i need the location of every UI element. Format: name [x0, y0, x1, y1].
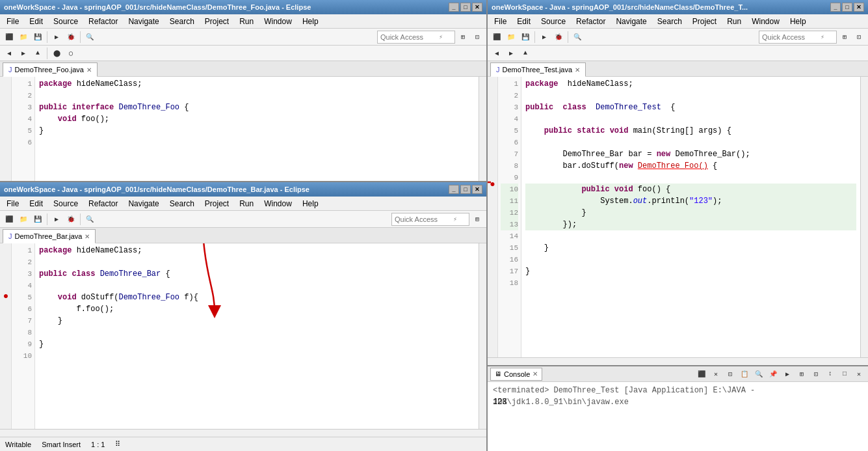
menu-navigate[interactable]: Navigate — [124, 16, 163, 27]
tb2-up[interactable]: ▲ — [31, 47, 44, 60]
tb-r-1[interactable]: ⬛ — [490, 31, 503, 44]
tb2-fwd[interactable]: ▶ — [17, 47, 30, 60]
tb-search[interactable]: 🔍 — [83, 31, 96, 44]
close-btn-2[interactable]: ✕ — [472, 185, 482, 194]
menu-source-2[interactable]: Source — [49, 198, 82, 210]
tb2-back[interactable]: ◀ — [3, 47, 16, 60]
console-btn-6[interactable]: 📌 — [767, 368, 780, 381]
tb2-r-up[interactable]: ▲ — [519, 47, 532, 60]
tb2-r-back[interactable]: ◀ — [490, 47, 503, 60]
menu-file-2[interactable]: File — [3, 198, 23, 210]
menu-r-source[interactable]: Source — [537, 16, 570, 27]
tb2-r-fwd[interactable]: ▶ — [505, 47, 518, 60]
tb-perspective2[interactable]: ⊡ — [471, 31, 484, 44]
tab-bar-close[interactable]: ✕ — [85, 233, 90, 240]
tb-bl-2[interactable]: 📁 — [17, 213, 30, 226]
tab-foo-java[interactable]: J DemoThree_Foo.java ✕ — [3, 62, 98, 77]
maximize-btn-2[interactable]: □ — [460, 185, 471, 194]
tab-foo-close[interactable]: ✕ — [86, 66, 92, 74]
code-top-left[interactable]: package hideNameClass; public interface … — [35, 77, 479, 181]
menu-r-refactor[interactable]: Refactor — [572, 16, 609, 27]
menu-help-2[interactable]: Help — [298, 198, 322, 210]
menu-run[interactable]: Run — [235, 16, 257, 27]
tb-bl-1[interactable]: ⬛ — [3, 213, 16, 226]
menu-file[interactable]: File — [3, 16, 23, 27]
menu-edit-2[interactable]: Edit — [25, 198, 47, 210]
tb-perspective1[interactable]: ⊞ — [456, 31, 469, 44]
maximize-btn-r[interactable]: □ — [842, 3, 852, 12]
menu-help[interactable]: Help — [298, 16, 322, 27]
tab-test-java[interactable]: J DemoThree_Test.java ✕ — [490, 62, 586, 77]
close-btn-r[interactable]: ✕ — [854, 3, 864, 12]
title-bar-buttons-2[interactable]: _ □ ✕ — [449, 185, 482, 194]
menu-r-run[interactable]: Run — [723, 16, 745, 27]
code-right[interactable]: package hideNameClass; public class Demo… — [521, 77, 860, 357]
tb-new[interactable]: ⬛ — [3, 31, 16, 44]
minimize-btn-r[interactable]: _ — [830, 3, 841, 12]
quick-access-box-top-left[interactable]: ⚡ — [377, 31, 455, 44]
tb-bl-persp[interactable]: ⊞ — [471, 213, 484, 226]
tb-r-persp2[interactable]: ⊡ — [852, 31, 865, 44]
console-btn-10[interactable]: ↕ — [824, 368, 837, 381]
code-bottom-left[interactable]: package hideNameClass; public class Demo… — [35, 243, 479, 429]
tb-save[interactable]: 💾 — [31, 31, 44, 44]
bottom-scrollbar-right[interactable] — [488, 357, 868, 365]
title-bar-buttons[interactable]: _ □ ✕ — [449, 3, 482, 12]
maximize-btn[interactable]: □ — [460, 3, 471, 12]
console-btn-8[interactable]: ⊞ — [795, 368, 808, 381]
console-btn-11[interactable]: □ — [838, 368, 851, 381]
menu-navigate-2[interactable]: Navigate — [124, 198, 163, 210]
menu-r-file[interactable]: File — [490, 16, 510, 27]
tb2-a[interactable]: ⬤ — [50, 47, 63, 60]
tab-bar-java[interactable]: J DemoThree_Bar.java ✕ — [3, 229, 96, 243]
tb-r-2[interactable]: 📁 — [505, 31, 518, 44]
tb-bl-3[interactable]: 💾 — [31, 213, 44, 226]
tab-test-close[interactable]: ✕ — [575, 66, 580, 74]
quick-access-input-right[interactable] — [762, 33, 821, 41]
console-btn-9[interactable]: ⊡ — [809, 368, 822, 381]
menu-r-search[interactable]: Search — [653, 16, 686, 27]
tb-r-debug[interactable]: 🐞 — [552, 31, 565, 44]
console-btn-5[interactable]: 🔍 — [752, 368, 765, 381]
console-btn-3[interactable]: ⊡ — [724, 368, 737, 381]
scrollbar-v-top-left[interactable] — [479, 77, 486, 181]
tb-r-persp1[interactable]: ⊞ — [838, 31, 851, 44]
menu-r-project[interactable]: Project — [689, 16, 720, 27]
menu-edit[interactable]: Edit — [25, 16, 47, 27]
console-tab[interactable]: 🖥 Console ✕ — [490, 368, 542, 381]
minimize-btn[interactable]: _ — [449, 3, 459, 12]
tb-r-3[interactable]: 💾 — [519, 31, 532, 44]
console-close[interactable]: ✕ — [533, 370, 538, 377]
minimize-btn-2[interactable]: _ — [449, 185, 459, 194]
quick-access-input-bottom-left[interactable] — [395, 215, 453, 223]
title-bar-buttons-right[interactable]: _ □ ✕ — [830, 3, 864, 12]
menu-search[interactable]: Search — [166, 16, 198, 27]
tb-open[interactable]: 📁 — [17, 31, 30, 44]
tb-run[interactable]: ▶ — [50, 31, 63, 44]
quick-access-box-right[interactable]: ⚡ — [759, 31, 837, 44]
menu-run-2[interactable]: Run — [235, 198, 257, 210]
menu-project[interactable]: Project — [201, 16, 233, 27]
menu-refactor[interactable]: Refactor — [85, 16, 122, 27]
menu-search-2[interactable]: Search — [166, 198, 198, 210]
scrollbar-v-bottom-left[interactable] — [479, 243, 486, 429]
console-btn-2[interactable]: ✕ — [709, 368, 722, 381]
console-btn-1[interactable]: ⬛ — [695, 368, 708, 381]
menu-r-window[interactable]: Window — [748, 16, 783, 27]
quick-access-input-top-left[interactable] — [380, 33, 439, 41]
menu-window-2[interactable]: Window — [260, 198, 296, 210]
console-btn-4[interactable]: 📋 — [738, 368, 751, 381]
menu-r-edit[interactable]: Edit — [513, 16, 534, 27]
tb-bl-debug[interactable]: 🐞 — [64, 213, 77, 226]
menu-project-2[interactable]: Project — [201, 198, 233, 210]
menu-r-help[interactable]: Help — [786, 16, 810, 27]
tb-r-run[interactable]: ▶ — [538, 31, 551, 44]
menu-refactor-2[interactable]: Refactor — [85, 198, 122, 210]
tb-bl-run[interactable]: ▶ — [50, 213, 63, 226]
tb-debug[interactable]: 🐞 — [64, 31, 77, 44]
menu-r-navigate[interactable]: Navigate — [612, 16, 650, 27]
console-btn-12[interactable]: ✕ — [852, 368, 865, 381]
console-btn-7[interactable]: ▶ — [781, 368, 794, 381]
tb2-b[interactable]: ◯ — [64, 47, 77, 60]
tb-r-search[interactable]: 🔍 — [571, 31, 584, 44]
